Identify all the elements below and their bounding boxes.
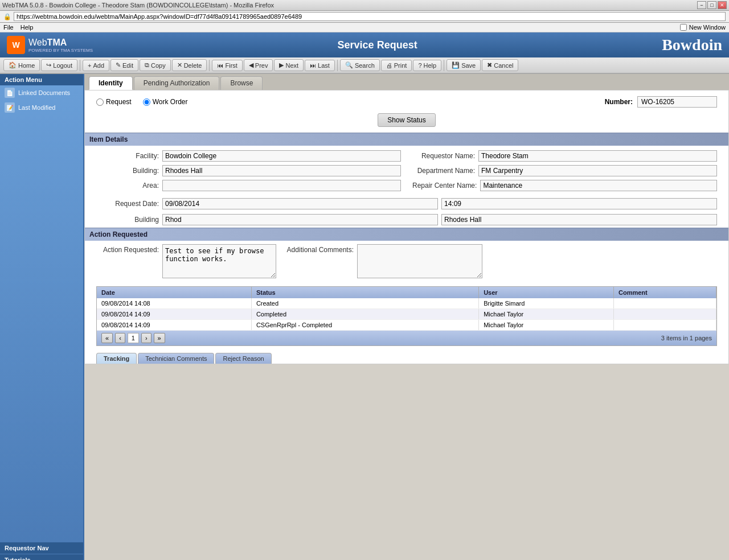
delete-button[interactable]: ✕ Delete [172,59,207,71]
browser-titlebar: WebTMA 5.0.8 - Bowdoin College - Theodor… [0,0,729,11]
lock-icon: 🔒 [3,13,11,20]
building-short-input[interactable] [162,214,438,225]
first-button[interactable]: ⏮ First [212,60,242,71]
last-modified-label: Last Modified [18,104,55,111]
action-requested-row: Action Requested: Test to see if my brow… [96,244,717,278]
cell-user: Brigitte Simard [479,298,614,309]
building-long-input[interactable] [441,214,717,225]
request-time-input[interactable] [441,198,717,209]
tutorials-header: Tutorials [0,554,83,560]
minimize-button[interactable]: − [697,1,706,9]
form-panel: Request Work Order Number: Show Status I… [84,90,729,364]
col-status: Status [251,287,478,298]
tracking-table-body: 09/08/2014 14:08CreatedBrigitte Simard09… [97,298,716,331]
requestor-name-input[interactable] [478,150,717,162]
repair-center-input[interactable] [480,180,717,191]
cell-status: Created [251,298,478,309]
sub-tab-reject-reason[interactable]: Reject Reason [215,353,271,364]
page-first-button[interactable]: « [101,333,113,343]
type-selection-row: Request Work Order Number: [85,90,728,113]
additional-comments-textarea[interactable] [357,244,482,278]
radio-work-order-label: Work Order [153,98,188,106]
last-button[interactable]: ⏭ Last [305,60,335,71]
bowdoin-logo: Bowdoin [662,36,722,54]
radio-work-order[interactable] [143,98,150,106]
search-button[interactable]: 🔍 Search [340,59,380,71]
tab-pending-authorization[interactable]: Pending Authorization [134,76,220,90]
request-date-input[interactable] [162,198,438,209]
building-short-label: Building [96,216,159,224]
webtma-logo: W WebTMA POWERED BY TMA SYSTEMS [7,36,93,54]
action-requested-label: Action Requested: [96,244,159,254]
sidebar-bottom: Requestor Nav Tutorials [0,542,83,560]
save-button[interactable]: 💾 Save [447,59,481,71]
new-window-option: New Window [680,24,726,31]
help-button[interactable]: ? Help [413,60,441,71]
close-button[interactable]: ✕ [718,1,727,9]
toolbar-separator-2 [209,60,210,71]
sub-tab-technician-comments[interactable]: Technician Comments [138,353,214,364]
building-input[interactable] [162,165,401,176]
page-prev-button[interactable]: ‹ [115,333,125,343]
home-button[interactable]: 🏠 Home [3,59,40,71]
menu-help[interactable]: Help [21,24,34,31]
department-name-input[interactable] [478,165,717,176]
radio-work-order-group: Work Order [143,98,188,106]
tab-browse[interactable]: Browse [220,76,263,90]
action-section: Action Requested: Test to see if my brow… [85,241,728,282]
action-requested-textarea[interactable]: Test to see if my browse function works. [162,244,276,278]
requestor-name-label: Requestor Name: [412,152,475,160]
tracking-container: Date Status User Comment 09/08/2014 14:0… [96,286,717,346]
linked-documents-icon: 📄 [5,88,15,98]
tab-bar: Identity Pending Authorization Browse [84,74,729,90]
cell-status: Completed [251,309,478,320]
col-comment: Comment [614,287,716,298]
sub-tabs: Tracking Technician Comments Reject Reas… [85,351,728,364]
radio-request[interactable] [96,98,104,106]
building-row: Building: [96,165,401,176]
radio-request-group: Request [96,98,132,106]
app-header: W WebTMA POWERED BY TMA SYSTEMS Service … [0,32,729,57]
area-label: Area: [96,182,159,190]
cancel-button[interactable]: ✖ Cancel [482,59,518,71]
sidebar-item-last-modified[interactable]: 📝 Last Modified [0,100,83,115]
browser-menubar: File Help New Window [0,23,729,32]
cell-date: 09/08/2014 14:09 [97,320,251,331]
cell-user: Michael Taylor [479,320,614,331]
pagination-info: 3 items in 1 pages [661,335,712,341]
next-button[interactable]: ▶ Next [274,59,304,71]
building-label: Building: [96,167,159,175]
prev-button[interactable]: ◀ Prev [244,59,273,71]
toolbar-separator-3 [337,60,338,71]
table-row: 09/08/2014 14:09CompletedMichael Taylor [97,309,716,320]
restore-button[interactable]: □ [707,1,716,9]
action-menu-header: Action Menu [0,74,83,85]
tracking-pagination: « ‹ 1 › » 3 items in 1 pages [97,331,716,345]
number-input[interactable] [637,96,717,108]
number-label: Number: [605,98,633,106]
additional-comments-label: Additional Comments: [280,244,354,254]
show-status-button[interactable]: Show Status [378,113,435,127]
page-next-button[interactable]: › [141,333,151,343]
pagination-controls: « ‹ 1 › » [101,333,165,343]
logout-button[interactable]: ↪ Logout [41,59,77,71]
sidebar-item-linked-documents[interactable]: 📄 Linked Documents [0,85,83,100]
cell-date: 09/08/2014 14:08 [97,298,251,309]
page-last-button[interactable]: » [154,333,165,343]
address-input[interactable] [14,12,726,21]
add-button[interactable]: + Add [83,60,109,71]
area-input[interactable] [162,180,401,191]
edit-button[interactable]: ✎ Edit [110,59,138,71]
logo-web: Web [28,38,47,47]
repair-center-label: Repair Center Name: [412,182,477,190]
logo-text-container: WebTMA POWERED BY TMA SYSTEMS [28,38,93,53]
menu-file[interactable]: File [3,24,14,31]
facility-input[interactable] [162,150,401,162]
sub-tab-tracking[interactable]: Tracking [96,353,137,364]
logo-tma: TMA [47,38,67,47]
tab-identity[interactable]: Identity [89,76,133,90]
print-button[interactable]: 🖨 Print [381,60,412,71]
new-window-checkbox[interactable] [680,24,687,31]
page-number: 1 [128,333,139,343]
copy-button[interactable]: ⧉ Copy [140,59,171,71]
